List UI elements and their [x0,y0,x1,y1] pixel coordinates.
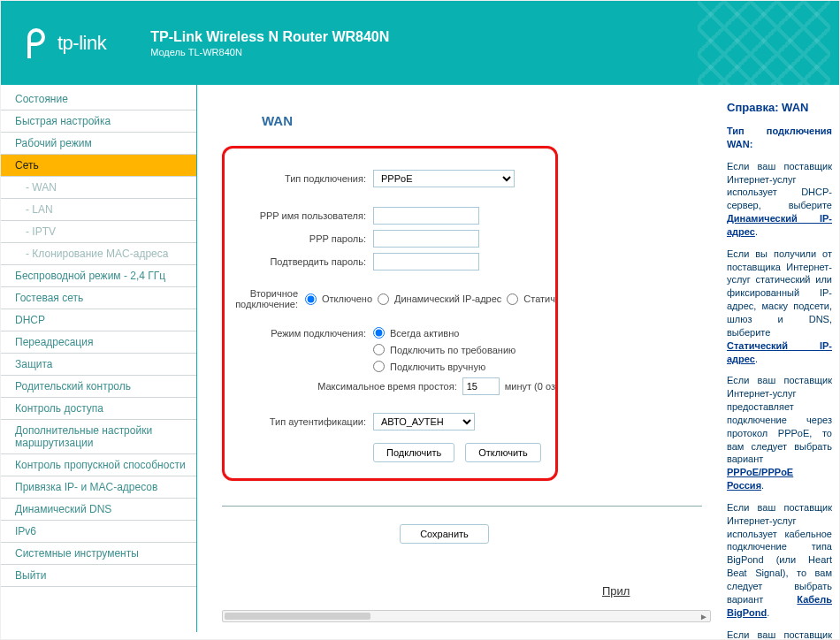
tp-link-icon [27,28,52,58]
sidebar-item-status[interactable]: Состояние [1,88,196,110]
radio-sec-dyn-label: Динамический IP-адрес [394,293,501,304]
sidebar-item-security[interactable]: Защита [1,354,196,376]
advanced-link[interactable]: Прил [602,584,630,598]
sidebar-item-wireless[interactable]: Беспроводной режим - 2,4 ГГц [1,265,196,287]
help-subheading: Тип подключения WAN: [727,126,832,149]
label-ppp-user: PPP имя пользователя: [225,210,373,221]
help-link-pppoe[interactable]: PPPoE/PPPoE Россия [727,467,793,491]
select-auth[interactable]: АВТО_АУТЕН [373,413,475,430]
radio-mode-demand-label: Подключить по требованию [390,345,515,355]
label-idle: Максимальное время простоя: [317,381,457,392]
header-titles: TP-Link Wireless N Router WR840N Модель … [150,29,389,57]
input-idle[interactable] [462,377,500,395]
header-pattern-icon [698,1,830,85]
connect-button[interactable]: Подключить [373,443,454,462]
sidebar-item-system-tools[interactable]: Системные инструменты [1,543,196,565]
horizontal-scrollbar[interactable]: ◄ ► [222,610,711,622]
page-title: WAN [262,113,711,128]
label-ppp-pass2: Подтвердить пароль: [225,256,373,267]
app-header: tp-link TP-Link Wireless N Router WR840N… [1,1,839,85]
sidebar-item-ipv6[interactable]: IPv6 [1,521,196,543]
label-idle-unit: минут (0 оз [505,381,555,392]
label-conn-mode: Режим подключения: [225,328,373,339]
label-conn-type: Тип подключения: [225,173,373,184]
label-ppp-pass: PPP пароль: [225,233,373,244]
sidebar-item-dhcp[interactable]: DHCP [1,309,196,331]
sidebar-item-lan[interactable]: - LAN [1,199,196,221]
help-p3: Если ваш поставщик Интернет-услуг предос… [727,375,832,464]
disconnect-button[interactable]: Отключить [465,443,541,462]
sidebar-item-ip-mac-bind[interactable]: Привязка IP- и MAC-адресов [1,476,196,499]
sidebar-item-parental[interactable]: Родительский контроль [1,376,196,398]
sidebar-item-mac-clone[interactable]: - Клонирование MAC-адреса [1,243,196,265]
sidebar-item-wan[interactable]: - WAN [1,177,196,199]
sidebar-item-iptv[interactable]: - IPTV [1,221,196,243]
input-ppp-user[interactable] [373,207,479,225]
scroll-thumb[interactable] [225,613,370,620]
help-p4: Если ваш поставщик Интернет-услуг исполь… [727,502,832,605]
brand-text: tp-link [57,32,106,55]
sidebar-item-guest[interactable]: Гостевая сеть [1,287,196,309]
sidebar-item-op-mode[interactable]: Рабочий режим [1,133,196,155]
radio-sec-off[interactable] [305,293,317,305]
brand-logo: tp-link [27,28,106,58]
product-title: TP-Link Wireless N Router WR840N [150,29,389,45]
help-link-dynamic-ip[interactable]: Динамический IP-адрес [727,213,832,237]
sidebar-item-access-ctl[interactable]: Контроль доступа [1,398,196,420]
help-p1: Если ваш поставщик Интернет-услуг исполь… [727,161,832,211]
radio-sec-off-label: Отключено [322,293,372,304]
select-conn-type[interactable]: PPPoE [373,170,515,187]
help-panel: Справка: WAN Тип подключения WAN: Если в… [720,85,839,632]
radio-mode-demand[interactable] [373,344,385,355]
radio-sec-stat[interactable] [507,293,518,305]
main-content: WAN Тип подключения: PPPoE PPP имя польз… [197,85,720,632]
input-ppp-pass[interactable] [373,230,479,248]
sidebar-item-quick-setup[interactable]: Быстрая настройка [1,110,196,133]
separator [222,506,702,507]
radio-mode-always[interactable] [373,327,385,339]
wan-settings-box: Тип подключения: PPPoE PPP имя пользоват… [222,146,558,481]
radio-mode-manual-label: Подключить вручную [390,362,485,372]
label-secondary: Вторичное подключение: [225,288,305,309]
label-auth: Тип аутентификации: [225,416,373,427]
sidebar-item-bandwidth[interactable]: Контроль пропускной способности [1,454,196,476]
help-p5: Если ваш поставщик Интернет-услуг исполь… [727,629,832,640]
help-p2: Если вы получили от поставщика Интернет-… [727,248,832,338]
radio-mode-manual[interactable] [373,361,385,372]
radio-sec-dyn[interactable] [378,293,389,305]
radio-sec-stat-label: Статич [523,293,555,304]
scroll-right-icon[interactable]: ► [698,611,710,621]
sidebar-item-ddns[interactable]: Динамический DNS [1,499,196,521]
sidebar-item-logout[interactable]: Выйти [1,565,196,587]
input-ppp-pass2[interactable] [373,253,479,270]
radio-mode-always-label: Всегда активно [390,328,459,339]
product-model: Модель TL-WR840N [150,47,389,57]
help-link-static-ip[interactable]: Статический IP-адрес [727,340,832,364]
help-title: Справка: WAN [727,101,832,114]
sidebar-item-forwarding[interactable]: Переадресация [1,331,196,354]
sidebar-item-network[interactable]: Сеть [1,155,196,177]
save-button[interactable]: Сохранить [400,524,489,544]
sidebar-nav: Состояние Быстрая настройка Рабочий режи… [1,85,197,632]
sidebar-item-routing[interactable]: Дополнительные настройки маршрутизации [1,420,196,454]
